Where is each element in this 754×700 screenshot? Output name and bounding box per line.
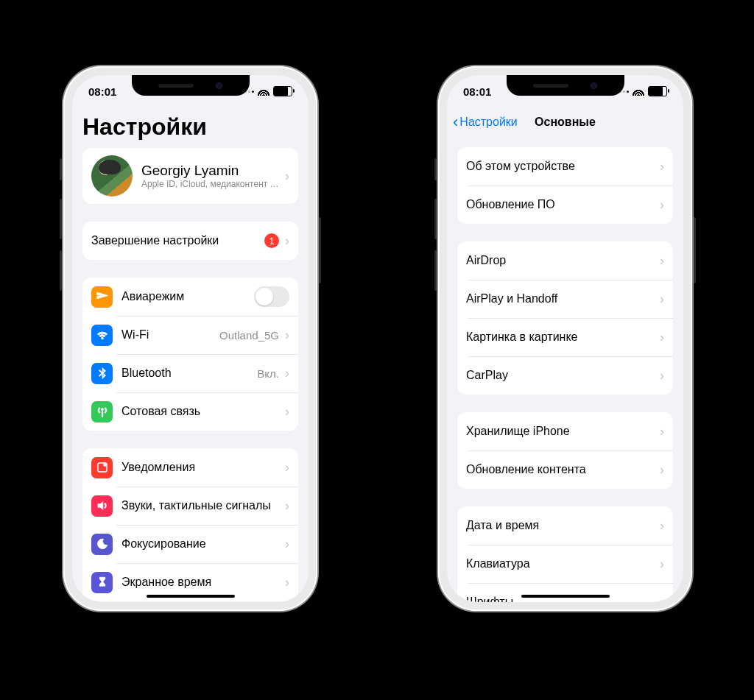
wifi-icon [633, 87, 644, 96]
chevron-right-icon: › [660, 462, 664, 478]
row-label: Звуки, тактильные сигналы [121, 499, 283, 512]
row-label: Обновление контента [466, 463, 658, 476]
back-button[interactable]: ‹ Настройки [453, 114, 518, 130]
row-label: Об этом устройстве [466, 160, 658, 173]
phone-settings-root: 08:01 Настройки Georgiy Lyamin Apple ID,… [63, 66, 317, 611]
notifications-row[interactable]: Уведомления › [82, 448, 298, 487]
storage-row[interactable]: Хранилище iPhone › [457, 412, 673, 450]
chevron-right-icon: › [285, 537, 289, 552]
airdrop-group: AirDrop › AirPlay и Handoff › Картинка в… [457, 241, 673, 395]
wifi-icon [91, 325, 113, 346]
chevron-right-icon: › [660, 595, 664, 603]
row-label: Хранилище iPhone [466, 425, 658, 438]
chevron-right-icon: › [285, 498, 289, 514]
chevron-right-icon: › [660, 556, 664, 572]
bluetooth-icon [91, 363, 113, 384]
chevron-right-icon: › [285, 366, 289, 381]
chevron-right-icon: › [660, 291, 664, 307]
chevron-right-icon: › [660, 368, 664, 383]
chevron-right-icon: › [660, 424, 664, 439]
apple-id-row[interactable]: Georgiy Lyamin Apple ID, iCloud, медиако… [82, 148, 298, 204]
row-label: Обновление ПО [466, 198, 658, 211]
chevron-right-icon: › [660, 197, 664, 213]
pip-row[interactable]: Картинка в картинке › [457, 318, 673, 356]
sounds-row[interactable]: Звуки, тактильные сигналы › [82, 487, 298, 525]
row-label: Клавиатура [466, 557, 658, 570]
finish-setup-row[interactable]: Завершение настройки 1 › [82, 222, 298, 260]
antenna-icon [91, 401, 113, 423]
wifi-row[interactable]: Wi-Fi Outland_5G › [82, 316, 298, 354]
nav-title: Основные [535, 116, 596, 129]
row-value: Outland_5G [219, 329, 279, 342]
storage-group: Хранилище iPhone › Обновление контента › [457, 412, 673, 489]
notifications-icon [91, 457, 113, 478]
chevron-right-icon: › [660, 518, 664, 534]
row-value: Вкл. [257, 367, 279, 380]
about-row[interactable]: Об этом устройстве › [457, 147, 673, 185]
chevron-right-icon: › [285, 404, 289, 420]
row-label: Завершение настройки [91, 234, 264, 247]
row-label: AirDrop [466, 254, 658, 267]
row-label: Дата и время [466, 519, 658, 532]
status-time: 08:01 [463, 85, 491, 98]
speaker-icon [91, 495, 113, 517]
page-title: Настройки [82, 113, 298, 141]
notch [507, 75, 624, 96]
row-label: CarPlay [466, 369, 658, 382]
fonts-row[interactable]: Шрифты › [457, 583, 673, 602]
airplane-icon [91, 286, 113, 308]
chevron-right-icon: › [660, 159, 664, 174]
battery-icon [273, 86, 292, 96]
airplane-toggle[interactable] [254, 286, 289, 307]
back-label: Настройки [459, 116, 517, 129]
row-label: Картинка в картинке [466, 330, 658, 344]
svg-point-1 [103, 463, 107, 467]
row-label: Wi-Fi [121, 328, 219, 342]
chevron-right-icon: › [285, 233, 289, 249]
chevron-right-icon: › [285, 169, 289, 184]
notification-badge: 1 [264, 233, 279, 248]
date-time-row[interactable]: Дата и время › [457, 506, 673, 545]
row-label: Авиарежим [121, 290, 254, 303]
home-indicator[interactable] [147, 595, 235, 598]
row-label: Bluetooth [121, 367, 257, 380]
row-label: Экранное время [121, 576, 283, 589]
airplay-row[interactable]: AirPlay и Handoff › [457, 280, 673, 318]
datetime-group: Дата и время › Клавиатура › Шрифты › Язы… [457, 506, 673, 602]
status-time: 08:01 [88, 85, 116, 98]
chevron-right-icon: › [285, 575, 289, 590]
notch [132, 75, 250, 96]
carplay-row[interactable]: CarPlay › [457, 356, 673, 395]
row-label: Сотовая связь [121, 405, 283, 418]
cellular-row[interactable]: Сотовая связь › [82, 392, 298, 431]
chevron-right-icon: › [285, 460, 289, 475]
screen: 08:01 Настройки Georgiy Lyamin Apple ID,… [72, 75, 309, 602]
chevron-left-icon: ‹ [453, 114, 458, 130]
nav-bar: ‹ Настройки Основные [447, 107, 683, 137]
bg-refresh-row[interactable]: Обновление контента › [457, 450, 673, 489]
software-update-row[interactable]: Обновление ПО › [457, 185, 673, 224]
home-indicator[interactable] [521, 595, 610, 598]
finish-setup-group: Завершение настройки 1 › [82, 222, 298, 260]
battery-icon [648, 86, 667, 96]
chevron-right-icon: › [660, 330, 664, 345]
chevron-right-icon: › [285, 328, 289, 343]
airplane-mode-row[interactable]: Авиарежим [82, 277, 298, 316]
network-group: Авиарежим Wi-Fi Outland_5G › Bluetooth [82, 277, 298, 431]
screen: 08:01 ‹ Настройки Основные Об этом устро… [447, 75, 683, 602]
bluetooth-row[interactable]: Bluetooth Вкл. › [82, 354, 298, 392]
profile-group: Georgiy Lyamin Apple ID, iCloud, медиако… [82, 148, 298, 204]
focus-row[interactable]: Фокусирование › [82, 525, 298, 563]
notifications-group: Уведомления › Звуки, тактильные сигналы … [82, 448, 298, 601]
keyboard-row[interactable]: Клавиатура › [457, 545, 673, 583]
chevron-right-icon: › [660, 253, 664, 269]
row-label: AirPlay и Handoff [466, 292, 658, 305]
profile-name: Georgiy Lyamin [141, 163, 283, 179]
hourglass-icon [91, 572, 113, 593]
airdrop-row[interactable]: AirDrop › [457, 241, 673, 280]
avatar [91, 155, 133, 197]
wifi-icon [258, 87, 269, 96]
moon-icon [91, 534, 113, 555]
about-group: Об этом устройстве › Обновление ПО › [457, 147, 673, 224]
profile-subtitle: Apple ID, iCloud, медиаконтент и п… [141, 179, 283, 189]
